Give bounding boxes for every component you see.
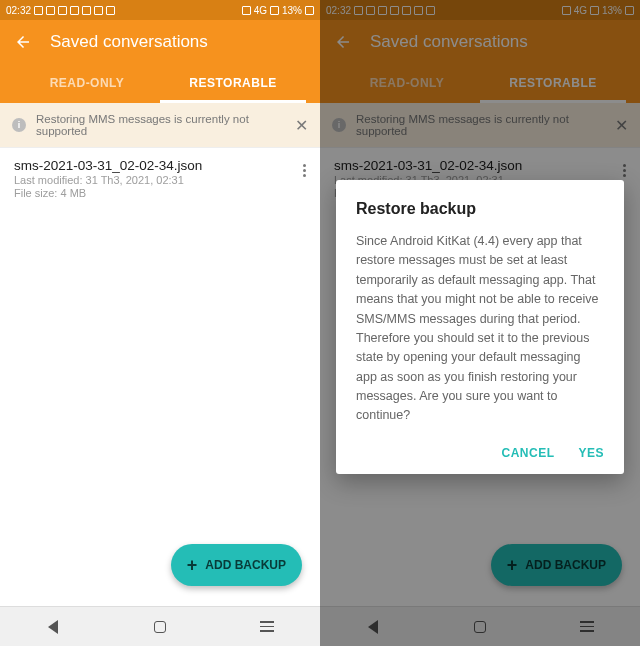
banner-text: Restoring MMS messages is currently not … (36, 113, 285, 137)
screenshot-right: 02:32 4G 13% Saved conversations READ-ON… (320, 0, 640, 646)
fab-label: ADD BACKUP (205, 558, 286, 572)
restore-dialog: Restore backup Since Android KitKat (4.4… (336, 180, 624, 474)
file-size: File size: 4 MB (14, 187, 295, 199)
dialog-title: Restore backup (356, 200, 604, 218)
overflow-menu-icon[interactable] (303, 158, 306, 177)
close-icon[interactable]: ✕ (295, 116, 308, 135)
status-time: 02:32 (6, 5, 31, 16)
dialog-body: Since Android KitKat (4.4) every app tha… (356, 232, 604, 426)
status-icon (94, 6, 103, 15)
network-label: 4G (254, 5, 267, 16)
battery-percent: 13% (282, 5, 302, 16)
status-icon (82, 6, 91, 15)
status-left-cluster: 02:32 (6, 5, 115, 16)
tab-readonly[interactable]: READ-ONLY (14, 66, 160, 103)
status-icon (58, 6, 67, 15)
add-backup-fab[interactable]: + ADD BACKUP (171, 544, 302, 586)
info-icon: i (12, 118, 26, 132)
battery-icon (305, 6, 314, 15)
nav-home-icon[interactable] (152, 619, 168, 635)
tab-restorable[interactable]: RESTORABLE (160, 66, 306, 103)
nav-recents-icon[interactable] (259, 619, 275, 635)
status-icon (34, 6, 43, 15)
system-navbar (0, 606, 320, 646)
status-bar: 02:32 4G 13% (0, 0, 320, 20)
signal-icon (270, 6, 279, 15)
nav-back-icon[interactable] (45, 619, 61, 635)
backup-list-item[interactable]: sms-2021-03-31_02-02-34.json Last modifi… (0, 148, 320, 209)
yes-button[interactable]: YES (578, 446, 604, 460)
tab-bar: READ-ONLY RESTORABLE (14, 66, 306, 103)
screenshot-left: 02:32 4G 13% Saved conversations READ-ON… (0, 0, 320, 646)
file-modified: Last modified: 31 Th3, 2021, 02:31 (14, 174, 295, 186)
file-name: sms-2021-03-31_02-02-34.json (14, 158, 295, 173)
back-arrow-icon[interactable] (14, 33, 32, 51)
status-icon (106, 6, 115, 15)
app-bar: Saved conversations READ-ONLY RESTORABLE (0, 20, 320, 103)
dialog-actions: CANCEL YES (356, 446, 604, 464)
cancel-button[interactable]: CANCEL (501, 446, 554, 460)
status-icon (46, 6, 55, 15)
status-icon (70, 6, 79, 15)
page-title: Saved conversations (50, 32, 208, 52)
warning-banner: i Restoring MMS messages is currently no… (0, 103, 320, 148)
plus-icon: + (187, 555, 198, 576)
status-right-cluster: 4G 13% (242, 5, 314, 16)
sim-icon (242, 6, 251, 15)
